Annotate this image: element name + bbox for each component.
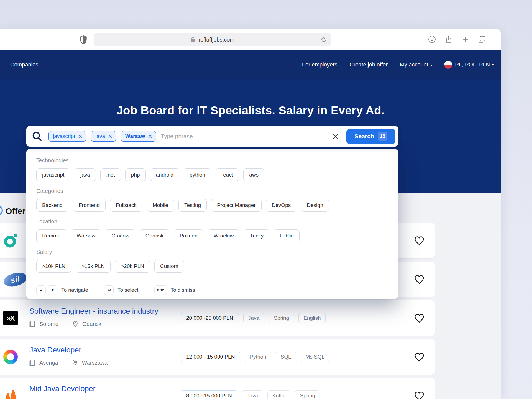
privacy-shield-icon[interactable] <box>80 35 87 44</box>
avenga-logo <box>3 350 18 364</box>
favorite-heart-icon[interactable] <box>413 235 425 246</box>
search-input[interactable] <box>161 133 330 140</box>
location-chip[interactable]: Lublin <box>274 229 300 242</box>
location-pin-icon <box>72 321 78 327</box>
company-name: Avenga <box>39 360 58 366</box>
salary-chip[interactable]: >20k PLN <box>115 260 150 273</box>
search-tag-javascript[interactable]: javascript <box>48 131 86 142</box>
chevron-down-icon: ▾ <box>492 63 494 67</box>
downloads-icon[interactable] <box>428 35 436 43</box>
nav-companies-link[interactable]: Companies <box>10 62 38 68</box>
tech-chip[interactable]: python <box>184 168 211 181</box>
enter-key-icon[interactable] <box>104 285 114 295</box>
location-chip[interactable]: Tricity <box>244 229 269 242</box>
skill-tag[interactable]: Java <box>242 390 263 399</box>
search-tag-warsaw[interactable]: Warsaw <box>121 131 156 142</box>
skill-tag[interactable]: Java <box>243 313 264 323</box>
location-pin-icon <box>72 359 78 366</box>
salary-badge: 12 000 - 15 000 PLN <box>181 352 240 362</box>
location-chip[interactable]: Gdansk <box>140 229 169 242</box>
favorite-heart-icon[interactable] <box>413 390 425 399</box>
location-chips: Remote Warsaw Cracow Gdansk Poznan Wrocl… <box>36 229 388 242</box>
location-chip[interactable]: Poznan <box>174 229 203 242</box>
job-title-link[interactable]: Java Developer <box>29 346 181 354</box>
page-content: Companies For employers Create job offer… <box>0 50 501 399</box>
favorite-heart-icon[interactable] <box>413 351 425 363</box>
category-chip[interactable]: DevOps <box>266 199 297 212</box>
skill-tag[interactable]: Python <box>245 352 271 362</box>
skill-tag[interactable]: Spring <box>269 313 294 323</box>
locale-selector[interactable]: PL, POL, PLN ▾ <box>444 61 494 69</box>
navigate-hint: To navigate <box>61 287 88 293</box>
nav-create-job-offer-link[interactable]: Create job offer <box>350 62 388 68</box>
nav-my-account-menu[interactable]: My account▾ <box>400 62 432 68</box>
location-chip[interactable]: Remote <box>36 229 66 242</box>
location-chip[interactable]: Cracow <box>106 229 135 242</box>
address-bar[interactable]: nofluffjobs.com <box>94 33 331 46</box>
tech-chip[interactable]: java <box>75 168 96 181</box>
poland-flag-icon <box>444 61 452 69</box>
category-chip[interactable]: Fullstack <box>110 199 142 212</box>
reload-icon[interactable] <box>320 36 327 43</box>
job-title-link[interactable]: Mid Java Developer <box>29 385 181 393</box>
tech-chip[interactable]: .net <box>100 168 121 181</box>
categories-chips: Backend Frontend Fullstack Mobile Testin… <box>36 199 388 212</box>
category-chip[interactable]: Frontend <box>73 199 106 212</box>
job-location: Gdańsk <box>82 321 101 327</box>
tech-chip[interactable]: react <box>216 168 239 181</box>
category-chip[interactable]: Backend <box>36 199 68 212</box>
arrow-up-key-icon[interactable]: ▲ <box>36 285 46 295</box>
remove-tag-icon[interactable] <box>78 134 82 139</box>
chevron-down-icon: ▾ <box>430 63 432 67</box>
company-icon <box>29 321 35 327</box>
offers-section-icon <box>0 206 3 216</box>
remove-tag-icon[interactable] <box>108 134 112 139</box>
salary-chip[interactable]: >15k PLN <box>76 260 111 273</box>
results-count-badge: 15 <box>378 132 387 141</box>
salary-chip[interactable]: >10k PLN <box>36 260 71 273</box>
url-text: nofluffjobs.com <box>197 37 234 43</box>
browser-window: nofluffjobs.com Companies <box>0 29 501 399</box>
new-tab-icon[interactable] <box>461 35 469 43</box>
search-tag-java[interactable]: java <box>91 131 116 142</box>
job-title-link[interactable]: Software Engineer - insurance industry <box>29 307 181 316</box>
location-chip[interactable]: Wroclaw <box>208 229 240 242</box>
tabs-overview-icon[interactable] <box>478 35 486 43</box>
salary-badge: 8 000 - 15 000 PLN <box>181 390 237 399</box>
tech-chip[interactable]: php <box>125 168 146 181</box>
tech-chip[interactable]: javascript <box>36 168 70 181</box>
esc-key-icon[interactable]: esc <box>154 285 167 295</box>
skill-tag[interactable]: SQL <box>276 352 296 362</box>
skill-tag[interactable]: English <box>298 313 326 323</box>
sii-logo: sii <box>3 272 27 287</box>
sofomo-logo: »X <box>3 311 18 325</box>
offer-card[interactable]: »X Software Engineer - insurance industr… <box>0 300 435 336</box>
arrow-down-key-icon[interactable]: ▼ <box>48 285 57 295</box>
category-chip[interactable]: Testing <box>178 199 207 212</box>
clear-search-icon[interactable] <box>332 133 339 140</box>
search-button[interactable]: Search 15 <box>346 129 395 144</box>
skill-tag[interactable]: Kotlin <box>267 390 291 399</box>
skill-tag[interactable]: Spring <box>295 390 320 399</box>
share-icon[interactable] <box>445 35 452 43</box>
remove-tag-icon[interactable] <box>148 134 152 139</box>
search-bar[interactable]: javascript java Warsaw Search 15 <box>26 126 398 147</box>
orange-peaks-logo <box>3 388 18 399</box>
nav-for-employers-link[interactable]: For employers <box>302 62 337 68</box>
skill-tag[interactable]: Ms SQL <box>301 352 330 362</box>
location-chip[interactable]: Warsaw <box>71 229 101 242</box>
locale-label: PL, POL, PLN <box>455 62 490 68</box>
teal-d-logo <box>3 233 18 248</box>
salary-chip[interactable]: Custom <box>154 260 184 273</box>
tech-chip[interactable]: aws <box>243 168 264 181</box>
category-chip[interactable]: Project Manager <box>211 199 261 212</box>
category-chip[interactable]: Mobile <box>147 199 174 212</box>
favorite-heart-icon[interactable] <box>413 312 425 324</box>
company-name: Sofomo <box>39 321 58 327</box>
offer-card[interactable]: Java Developer Avenga Warszawa 12 000 - … <box>0 339 435 375</box>
tech-chip[interactable]: android <box>150 168 179 181</box>
favorite-heart-icon[interactable] <box>413 273 425 285</box>
salary-badge: 20 000 -25 000 PLN <box>181 313 239 323</box>
offer-card[interactable]: Mid Java Developer 8 000 - 15 000 PLN Ja… <box>0 378 435 399</box>
category-chip[interactable]: Design <box>301 199 329 212</box>
